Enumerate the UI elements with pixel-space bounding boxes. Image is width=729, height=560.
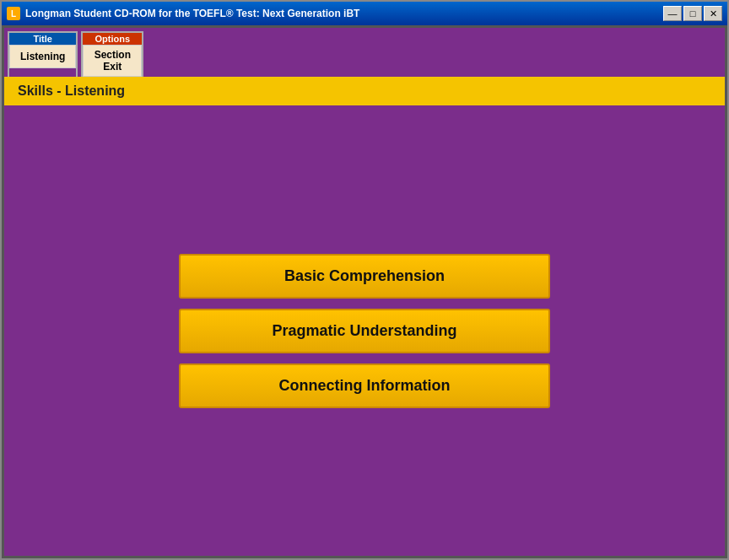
header-bar: Skills - Listening — [4, 77, 725, 105]
header-title: Skills - Listening — [18, 83, 125, 98]
menu-bar: Title Listening Options Section Exit — [4, 28, 725, 77]
section-exit-button[interactable]: Section Exit — [83, 45, 142, 77]
options-menu-label: Options — [83, 33, 142, 45]
app-container: Title Listening Options Section Exit Ski… — [2, 25, 727, 558]
minimize-button[interactable]: — — [663, 6, 682, 21]
basic-comprehension-button[interactable]: Basic Comprehension — [179, 254, 550, 299]
connecting-information-button[interactable]: Connecting Information — [179, 363, 550, 408]
close-button[interactable]: ✕ — [704, 6, 722, 21]
title-bar-left: L Longman Student CD-ROM for the TOEFL® … — [7, 7, 359, 20]
app-window: L Longman Student CD-ROM for the TOEFL® … — [0, 0, 729, 560]
maximize-button[interactable]: □ — [683, 6, 702, 21]
title-menu-label: Title — [9, 33, 76, 45]
app-icon: L — [7, 7, 20, 20]
window-title: Longman Student CD-ROM for the TOEFL® Te… — [25, 8, 359, 19]
title-bar: L Longman Student CD-ROM for the TOEFL® … — [2, 2, 727, 25]
pragmatic-understanding-button[interactable]: Pragmatic Understanding — [179, 309, 550, 353]
title-menu-section: Title Listening — [8, 31, 78, 77]
listening-button[interactable]: Listening — [9, 45, 76, 68]
options-menu-section: Options Section Exit — [81, 31, 143, 77]
window-controls: — □ ✕ — [663, 6, 722, 21]
main-content: Basic Comprehension Pragmatic Understand… — [4, 105, 725, 556]
